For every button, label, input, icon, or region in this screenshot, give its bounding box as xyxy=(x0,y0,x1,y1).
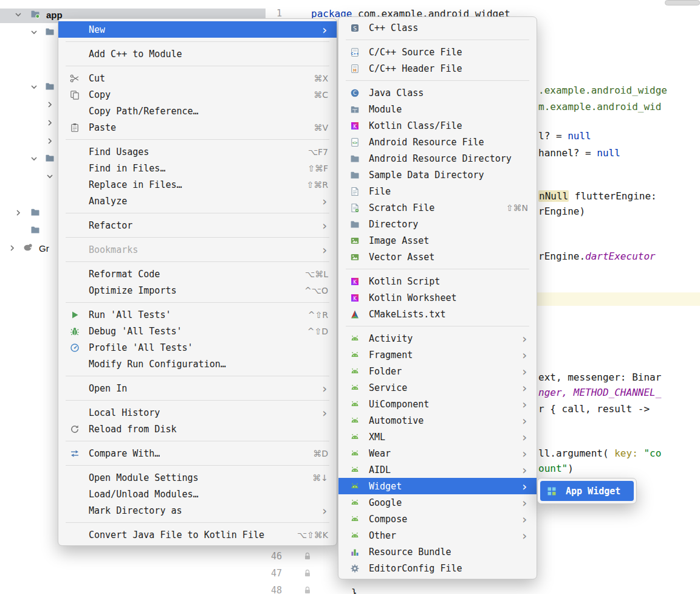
menu-item-c-c-source-file[interactable]: C++C/C++ Source File xyxy=(338,44,537,60)
menu-item-kotlin-script[interactable]: KKotlin Script xyxy=(338,273,537,289)
android-icon xyxy=(348,514,362,524)
cpp-header-icon: H xyxy=(348,64,362,74)
menu-item-refactor[interactable]: Refactor› xyxy=(58,217,337,233)
menu-item-find-in-files[interactable]: Find in Files…⇧⌘F xyxy=(58,160,337,176)
menu-item-paste[interactable]: Paste⌘V xyxy=(58,119,337,136)
menu-item-image-asset[interactable]: Image Asset xyxy=(338,232,537,249)
menu-item-label: Directory xyxy=(369,219,418,230)
chevron-right-icon[interactable] xyxy=(45,100,55,109)
context-menu: New›Add C++ to ModuleCut⌘XCopy⌘CCopy Pat… xyxy=(58,18,337,546)
menu-item-analyze[interactable]: Analyze› xyxy=(58,193,337,209)
menu-item-label: Compare With… xyxy=(89,448,160,459)
svg-text:C++: C++ xyxy=(351,52,359,55)
menu-item-local-history[interactable]: Local History› xyxy=(58,404,337,421)
menu-item-label: Other xyxy=(369,530,396,541)
submenu-arrow-icon: › xyxy=(510,350,528,360)
menu-item-widget[interactable]: Widget› xyxy=(338,478,537,494)
menu-item-directory[interactable]: Directory xyxy=(338,216,537,232)
menu-item-load-unload-modules[interactable]: Load/Unload Modules… xyxy=(58,486,337,502)
chevron-right-icon[interactable] xyxy=(45,136,55,146)
menu-separator xyxy=(338,265,537,273)
chevron-down-icon[interactable] xyxy=(29,27,39,37)
menu-item-app-widget[interactable]: App Widget xyxy=(540,481,634,501)
android-icon xyxy=(348,531,362,540)
tree-item-gradle-scripts[interactable]: Gr xyxy=(39,243,49,255)
menu-item-label: App Widget xyxy=(566,486,620,497)
menu-item-folder[interactable]: Folder› xyxy=(338,363,537,379)
chevron-down-icon[interactable] xyxy=(29,82,39,92)
menu-item-open-module-settings[interactable]: Open Module Settings⌘↓ xyxy=(58,469,337,486)
menu-item-label: Find in Files… xyxy=(89,163,165,174)
menu-separator xyxy=(338,322,537,330)
menu-item-profile-all-tests[interactable]: Profile 'All Tests' xyxy=(58,339,337,356)
folder-icon xyxy=(30,225,40,235)
menu-item-mark-directory-as[interactable]: Mark Directory as› xyxy=(58,502,337,519)
menu-item-label: Automotive xyxy=(369,415,424,426)
menu-item-label: Refactor xyxy=(89,220,132,231)
menu-item-cut[interactable]: Cut⌘X xyxy=(58,70,337,86)
menu-item-open-in[interactable]: Open In› xyxy=(58,380,337,396)
menu-item-kotlin-class-file[interactable]: KKotlin Class/File xyxy=(338,117,537,134)
menu-item-xml[interactable]: XML› xyxy=(338,429,537,445)
menu-item-sample-data-directory[interactable]: Sample Data Directory xyxy=(338,167,537,183)
menu-item-debug-all-tests[interactable]: Debug 'All Tests'^⇧D xyxy=(58,323,337,339)
svg-text:<>: <> xyxy=(352,140,357,145)
menu-item-module[interactable]: Module xyxy=(338,101,537,117)
menu-item-find-usages[interactable]: Find Usages⌥F7 xyxy=(58,143,337,160)
menu-separator xyxy=(338,77,537,85)
menu-item-resource-bundle[interactable]: Resource Bundle xyxy=(338,544,537,560)
submenu-arrow-icon: › xyxy=(510,367,528,376)
menu-item-add-c-to-module[interactable]: Add C++ to Module xyxy=(58,46,337,62)
chevron-right-icon[interactable] xyxy=(7,243,17,253)
menu-item-fragment[interactable]: Fragment› xyxy=(338,347,537,363)
menu-item-reformat-code[interactable]: Reformat Code⌥⌘L xyxy=(58,266,337,282)
menu-item-convert-java-file-to-kotlin-file[interactable]: Convert Java File to Kotlin File⌥⇧⌘K xyxy=(58,527,337,543)
menu-item-scratch-file[interactable]: Scratch File⇧⌘N xyxy=(338,199,537,216)
menu-item-kotlin-worksheet[interactable]: KKotlin Worksheet xyxy=(338,289,537,306)
menu-item-copy[interactable]: Copy⌘C xyxy=(58,86,337,103)
menu-item-run-all-tests[interactable]: Run 'All Tests'^⇧R xyxy=(58,306,337,323)
menu-item-bookmarks[interactable]: Bookmarks› xyxy=(58,241,337,258)
menu-item-android-resource-file[interactable]: <>Android Resource File xyxy=(338,134,537,150)
shortcut-label: ⌘D xyxy=(302,449,328,458)
menu-item-c-c-header-file[interactable]: HC/C++ Header File xyxy=(338,60,537,77)
menu-item-label: Google xyxy=(369,497,402,508)
menu-item-compare-with[interactable]: Compare With…⌘D xyxy=(58,445,337,461)
folder-icon xyxy=(348,219,362,229)
menu-item-activity[interactable]: Activity› xyxy=(338,330,537,347)
menu-item-compose[interactable]: Compose› xyxy=(338,511,537,527)
menu-item-automotive[interactable]: Automotive› xyxy=(338,412,537,429)
menu-item-copy-path-reference[interactable]: Copy Path/Reference… xyxy=(58,103,337,119)
menu-item-google[interactable]: Google› xyxy=(338,494,537,511)
chevron-right-icon[interactable] xyxy=(13,208,23,218)
svg-text:K: K xyxy=(353,295,357,301)
menu-item-label: Reformat Code xyxy=(89,269,160,280)
menu-item-other[interactable]: Other› xyxy=(338,527,537,544)
menu-item-label: Debug 'All Tests' xyxy=(89,326,182,337)
menu-item-vector-asset[interactable]: Vector Asset xyxy=(338,249,537,265)
menu-item-java-class[interactable]: CJava Class xyxy=(338,85,537,101)
chevron-right-icon[interactable] xyxy=(45,118,55,128)
scrollbar-thumb[interactable] xyxy=(665,0,700,5)
menu-item-cmakelists-txt[interactable]: CMakeLists.txt xyxy=(338,306,537,322)
chevron-down-icon[interactable] xyxy=(45,171,55,181)
menu-item-aidl[interactable]: AIDL› xyxy=(338,461,537,478)
menu-item-replace-in-files[interactable]: Replace in Files…⇧⌘R xyxy=(58,176,337,193)
menu-separator xyxy=(58,396,337,404)
menu-item-editorconfig-file[interactable]: EditorConfig File xyxy=(338,560,537,576)
menu-item-label: Paste xyxy=(89,122,116,133)
menu-item-new[interactable]: New› xyxy=(58,21,337,38)
menu-separator xyxy=(58,258,337,266)
menu-item-android-resource-directory[interactable]: Android Resource Directory xyxy=(338,150,537,167)
chevron-down-icon[interactable] xyxy=(13,10,23,19)
menu-item-service[interactable]: Service› xyxy=(338,379,537,396)
menu-item-optimize-imports[interactable]: Optimize Imports^⌥O xyxy=(58,282,337,299)
chevron-down-icon[interactable] xyxy=(29,154,39,164)
menu-item-wear[interactable]: Wear› xyxy=(338,445,537,461)
menu-item-c-class[interactable]: SC++ Class xyxy=(338,19,537,36)
menu-item-uicomponent[interactable]: UiComponent› xyxy=(338,396,537,412)
menu-item-file[interactable]: File xyxy=(338,183,537,199)
menu-item-modify-run-configuration[interactable]: Modify Run Configuration… xyxy=(58,356,337,372)
menu-item-reload-from-disk[interactable]: Reload from Disk xyxy=(58,421,337,437)
cpp-source-icon: C++ xyxy=(348,47,362,57)
